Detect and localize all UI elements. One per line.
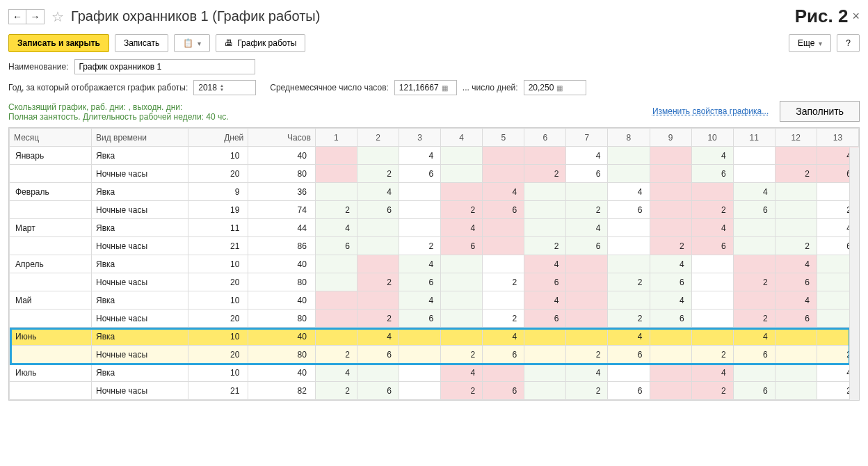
day-cell[interactable]: 6 bbox=[775, 310, 817, 328]
day-cell[interactable]: 4 bbox=[399, 291, 441, 310]
day-cell[interactable]: 6 bbox=[357, 346, 399, 364]
day-cell[interactable] bbox=[650, 165, 691, 183]
day-cell[interactable]: 4 bbox=[566, 147, 608, 165]
day-cell[interactable] bbox=[650, 346, 691, 364]
table-row[interactable]: Ночные часы2182262626262 bbox=[10, 382, 859, 400]
year-input[interactable]: 2018 ▲▼ bbox=[193, 80, 256, 95]
day-cell[interactable] bbox=[733, 291, 775, 310]
day-cell[interactable]: 6 bbox=[608, 346, 650, 364]
day-cell[interactable]: 2 bbox=[608, 310, 650, 328]
day-cell[interactable] bbox=[650, 147, 691, 165]
day-cell[interactable]: 2 bbox=[357, 310, 399, 328]
day-cell[interactable]: 4 bbox=[608, 328, 650, 346]
favorite-star-icon[interactable]: ☆ bbox=[51, 8, 64, 25]
day-cell[interactable] bbox=[733, 364, 775, 382]
day-cell[interactable]: 4 bbox=[775, 255, 817, 273]
day-cell[interactable] bbox=[483, 291, 524, 310]
day-cell[interactable]: 2 bbox=[441, 201, 483, 219]
day-cell[interactable] bbox=[441, 165, 483, 183]
day-cell[interactable]: 6 bbox=[399, 273, 441, 291]
day-cell[interactable] bbox=[357, 219, 399, 237]
forward-button[interactable]: → bbox=[26, 9, 45, 24]
schedule-table[interactable]: МесяцВид времениДнейЧасов123456789101112… bbox=[9, 128, 859, 400]
more-button[interactable]: Еще ▾ bbox=[789, 34, 831, 52]
day-cell[interactable]: 2 bbox=[566, 346, 608, 364]
day-cell[interactable]: 2 bbox=[483, 310, 524, 328]
day-cell[interactable] bbox=[483, 219, 524, 237]
day-cell[interactable] bbox=[608, 237, 650, 255]
day-cell[interactable]: 4 bbox=[315, 219, 357, 237]
day-cell[interactable]: 2 bbox=[691, 346, 733, 364]
day-cell[interactable]: 4 bbox=[650, 255, 691, 273]
day-cell[interactable]: 6 bbox=[691, 237, 733, 255]
table-row[interactable]: ИюльЯвка104044444 bbox=[10, 364, 859, 382]
day-cell[interactable]: 6 bbox=[566, 237, 608, 255]
day-cell[interactable] bbox=[524, 346, 566, 364]
day-cell[interactable] bbox=[399, 201, 441, 219]
day-cell[interactable] bbox=[483, 364, 524, 382]
day-cell[interactable]: 4 bbox=[357, 183, 399, 201]
day-cell[interactable] bbox=[441, 273, 483, 291]
day-cell[interactable]: 6 bbox=[483, 201, 524, 219]
day-cell[interactable] bbox=[524, 147, 566, 165]
days-input[interactable]: 20,250 ▦ bbox=[524, 80, 586, 95]
day-cell[interactable] bbox=[524, 382, 566, 400]
day-cell[interactable]: 2 bbox=[483, 273, 524, 291]
day-cell[interactable] bbox=[691, 255, 733, 273]
day-cell[interactable] bbox=[315, 183, 357, 201]
day-cell[interactable]: 4 bbox=[357, 328, 399, 346]
day-cell[interactable]: 2 bbox=[775, 165, 817, 183]
day-cell[interactable] bbox=[441, 255, 483, 273]
spinner-icon[interactable]: ▲▼ bbox=[220, 83, 224, 92]
day-cell[interactable] bbox=[566, 273, 608, 291]
save-and-close-button[interactable]: Записать и закрыть bbox=[8, 34, 109, 52]
day-cell[interactable] bbox=[650, 183, 691, 201]
day-cell[interactable]: 4 bbox=[315, 364, 357, 382]
day-cell[interactable] bbox=[566, 291, 608, 310]
day-cell[interactable] bbox=[357, 291, 399, 310]
day-cell[interactable]: 6 bbox=[608, 201, 650, 219]
day-cell[interactable]: 2 bbox=[733, 310, 775, 328]
back-button[interactable]: ← bbox=[8, 9, 26, 24]
day-cell[interactable]: 4 bbox=[733, 328, 775, 346]
day-cell[interactable] bbox=[524, 183, 566, 201]
day-cell[interactable]: 6 bbox=[441, 237, 483, 255]
table-row[interactable]: МартЯвка114444444 bbox=[10, 219, 859, 237]
day-cell[interactable] bbox=[399, 183, 441, 201]
day-cell[interactable] bbox=[315, 310, 357, 328]
day-cell[interactable]: 4 bbox=[733, 183, 775, 201]
day-cell[interactable]: 6 bbox=[775, 273, 817, 291]
day-cell[interactable]: 6 bbox=[357, 201, 399, 219]
day-cell[interactable] bbox=[524, 364, 566, 382]
day-cell[interactable] bbox=[650, 382, 691, 400]
day-cell[interactable] bbox=[441, 183, 483, 201]
day-cell[interactable] bbox=[399, 382, 441, 400]
day-cell[interactable]: 2 bbox=[566, 382, 608, 400]
day-cell[interactable]: 6 bbox=[399, 310, 441, 328]
day-cell[interactable] bbox=[441, 310, 483, 328]
day-cell[interactable] bbox=[775, 382, 817, 400]
day-cell[interactable]: 4 bbox=[650, 291, 691, 310]
day-cell[interactable] bbox=[315, 147, 357, 165]
day-cell[interactable]: 6 bbox=[650, 273, 691, 291]
table-row[interactable]: ЯнварьЯвка10404444 bbox=[10, 147, 859, 165]
day-cell[interactable] bbox=[691, 273, 733, 291]
day-cell[interactable]: 2 bbox=[357, 165, 399, 183]
calculator-icon[interactable]: ▦ bbox=[556, 84, 563, 92]
close-icon[interactable]: × bbox=[852, 9, 860, 24]
day-cell[interactable] bbox=[399, 328, 441, 346]
day-cell[interactable]: 4 bbox=[441, 364, 483, 382]
day-cell[interactable] bbox=[608, 165, 650, 183]
save-button[interactable]: Записать bbox=[115, 34, 168, 52]
day-cell[interactable]: 6 bbox=[483, 346, 524, 364]
table-row[interactable]: Ночные часы208026262626 bbox=[10, 273, 859, 291]
day-cell[interactable] bbox=[733, 237, 775, 255]
day-cell[interactable]: 4 bbox=[691, 219, 733, 237]
day-cell[interactable]: 6 bbox=[524, 273, 566, 291]
day-cell[interactable] bbox=[566, 310, 608, 328]
day-cell[interactable] bbox=[483, 237, 524, 255]
day-cell[interactable]: 2 bbox=[315, 201, 357, 219]
day-cell[interactable] bbox=[524, 201, 566, 219]
day-cell[interactable]: 2 bbox=[608, 273, 650, 291]
day-cell[interactable] bbox=[399, 364, 441, 382]
